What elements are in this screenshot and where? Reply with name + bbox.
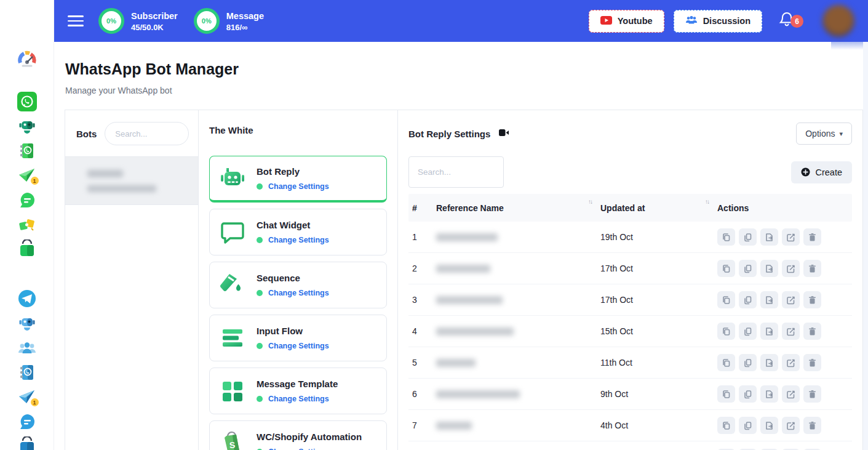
module-card-input-flow[interactable]: Input Flow Change Settings xyxy=(209,315,387,361)
change-settings-link[interactable]: Change Settings xyxy=(268,395,329,403)
delete-button[interactable] xyxy=(803,228,821,246)
export-button[interactable] xyxy=(760,417,778,434)
col-header-updated-at[interactable]: Updated at ↑↓ xyxy=(600,203,717,213)
menu-toggle-icon[interactable] xyxy=(68,12,84,30)
integrations-puzzle-icon[interactable] xyxy=(17,215,37,235)
telegram-group-icon[interactable] xyxy=(17,338,37,358)
edit-button[interactable] xyxy=(782,260,800,277)
row-updated: 9th Oct xyxy=(600,389,717,399)
delete-button[interactable] xyxy=(803,354,821,371)
module-title: WC/Shopify Automation xyxy=(257,432,362,442)
copy-button[interactable] xyxy=(717,323,735,340)
export-button[interactable] xyxy=(760,323,778,340)
dashboard-gauge-icon[interactable] xyxy=(17,49,37,69)
duplicate-button[interactable] xyxy=(739,323,757,340)
copy-button[interactable] xyxy=(717,260,735,277)
bots-search-input[interactable] xyxy=(105,122,189,145)
discussion-button[interactable]: Discussion xyxy=(674,10,762,33)
table-row: 6 9th Oct xyxy=(408,379,852,410)
copy-button[interactable] xyxy=(717,291,735,308)
edit-button[interactable] xyxy=(782,385,800,403)
telegram-icon[interactable] xyxy=(17,289,37,308)
copy-button[interactable] xyxy=(717,385,735,403)
table-row-partial xyxy=(408,441,852,450)
row-updated: 19th Oct xyxy=(600,232,717,242)
change-settings-link[interactable]: Change Settings xyxy=(268,182,329,191)
whatsapp-shop-icon[interactable] xyxy=(17,239,37,259)
module-card-chat-widget[interactable]: Chat Widget Change Settings xyxy=(209,209,387,255)
duplicate-button[interactable] xyxy=(739,417,757,434)
module-card-sequence[interactable]: Sequence Change Settings xyxy=(209,262,387,308)
export-button[interactable] xyxy=(760,291,778,308)
copy-button[interactable] xyxy=(717,354,735,371)
edit-button[interactable] xyxy=(782,228,800,246)
edit-button[interactable] xyxy=(782,291,800,308)
whatsapp-bot-icon[interactable] xyxy=(17,116,37,136)
whatsapp-icon[interactable] xyxy=(17,92,37,111)
user-avatar[interactable] xyxy=(822,5,854,37)
delete-button[interactable] xyxy=(803,260,821,277)
telegram-shop-icon[interactable] xyxy=(17,436,37,450)
duplicate-button[interactable] xyxy=(739,354,757,371)
delete-button[interactable] xyxy=(803,291,821,308)
reference-name-redacted xyxy=(436,359,476,367)
export-button[interactable] xyxy=(760,354,778,371)
telegram-broadcast-icon[interactable]: 1 xyxy=(17,387,37,407)
options-button[interactable]: Options ▾ xyxy=(796,123,852,145)
module-card-bot-reply[interactable]: Bot Reply Change Settings xyxy=(209,156,387,203)
copy-button[interactable] xyxy=(717,417,735,434)
notification-count-badge: 6 xyxy=(790,15,803,28)
telegram-chat-icon[interactable] xyxy=(17,412,37,432)
whatsapp-chat-icon[interactable] xyxy=(17,190,37,210)
duplicate-button[interactable] xyxy=(739,291,757,308)
col-header-num: # xyxy=(408,203,436,213)
module-card-message-template[interactable]: Message Template Change Settings xyxy=(209,368,387,414)
reference-name-redacted xyxy=(436,233,498,241)
youtube-icon xyxy=(600,16,612,26)
bot-phone-redacted xyxy=(87,185,156,192)
telegram-bot-icon[interactable] xyxy=(17,313,37,333)
module-card-wc-shopify[interactable]: S WC/Shopify Automation Change Settings xyxy=(209,420,387,450)
change-settings-link[interactable]: Change Settings xyxy=(268,236,329,244)
table-search-input[interactable] xyxy=(408,156,504,188)
bot-list-item-selected[interactable] xyxy=(65,157,198,205)
edit-button[interactable] xyxy=(782,323,800,340)
col-header-reference-name[interactable]: Reference Name ↑↓ xyxy=(436,203,600,213)
delete-button[interactable] xyxy=(803,417,821,434)
export-button[interactable] xyxy=(760,228,778,246)
app-sidebar: 1 1 xyxy=(0,0,54,450)
status-dot xyxy=(257,396,263,402)
reference-name-redacted xyxy=(436,296,503,304)
change-settings-link[interactable]: Change Settings xyxy=(268,289,329,297)
selected-bot-title: The White xyxy=(209,125,387,135)
change-settings-link[interactable]: Change Settings xyxy=(268,448,329,450)
whatsapp-broadcast-icon[interactable]: 1 xyxy=(17,166,37,185)
notifications-button[interactable]: 6 xyxy=(779,11,795,31)
change-settings-link[interactable]: Change Settings xyxy=(268,342,329,350)
whatsapp-contacts-icon[interactable] xyxy=(17,141,37,161)
video-tutorial-icon[interactable] xyxy=(499,128,509,139)
youtube-label: Youtube xyxy=(618,16,653,26)
plus-circle-icon xyxy=(801,167,810,177)
create-button[interactable]: Create xyxy=(791,161,852,183)
duplicate-button[interactable] xyxy=(739,385,757,403)
sort-icon[interactable]: ↑↓ xyxy=(705,198,709,205)
duplicate-button[interactable] xyxy=(739,260,757,277)
edit-button[interactable] xyxy=(782,417,800,434)
youtube-button[interactable]: Youtube xyxy=(589,10,664,33)
subscriber-stat: 0% Subscriber 45/50.0K xyxy=(98,8,178,34)
sort-icon[interactable]: ↑↓ xyxy=(588,198,592,205)
copy-button[interactable] xyxy=(717,228,735,246)
delete-button[interactable] xyxy=(803,323,821,340)
table-row: 2 17th Oct xyxy=(408,253,852,284)
edit-button[interactable] xyxy=(782,354,800,371)
bot-reply-icon xyxy=(218,164,247,193)
export-button[interactable] xyxy=(760,260,778,277)
delete-button[interactable] xyxy=(803,385,821,403)
export-button[interactable] xyxy=(760,385,778,403)
chat-widget-icon xyxy=(218,218,247,246)
duplicate-button[interactable] xyxy=(739,228,757,246)
row-updated: 11th Oct xyxy=(600,358,717,368)
svg-text:S: S xyxy=(229,440,235,450)
telegram-contacts-icon[interactable] xyxy=(17,363,37,382)
